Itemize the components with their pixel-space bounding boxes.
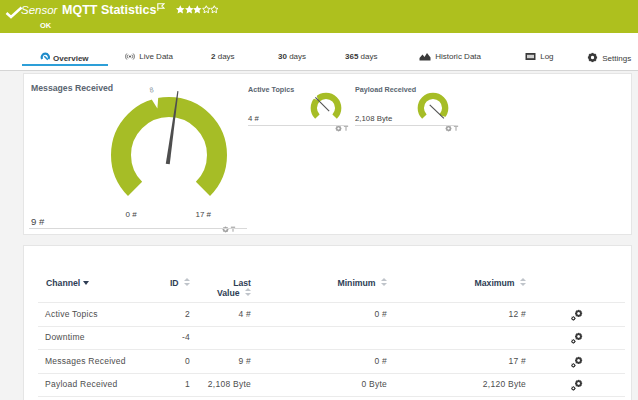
svg-text:8: 8 [149, 86, 155, 94]
